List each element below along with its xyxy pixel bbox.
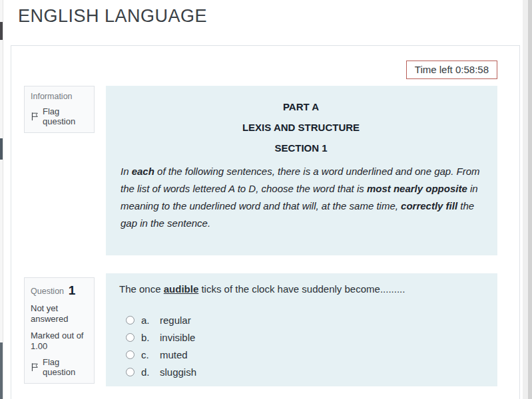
option-text: regular	[160, 315, 191, 326]
question-number-row: Question 1	[31, 283, 88, 298]
quiz-timer: Time left 0:58:58	[406, 61, 497, 79]
part-a-heading: PART A	[121, 101, 481, 112]
question-number: 1	[69, 283, 76, 297]
answer-option-a[interactable]: a. regular	[126, 315, 481, 325]
window-left-edge	[0, 0, 3, 399]
question-text-before: The once	[119, 283, 164, 295]
flag-question-link[interactable]: Flag question	[31, 106, 88, 126]
question-label: Question	[31, 287, 64, 296]
quiz-page: ENGLISH LANGUAGE Time left 0:58:58 Infor…	[0, 0, 532, 399]
option-letter: c.	[141, 349, 156, 360]
option-letter: b.	[141, 332, 156, 343]
option-letter: d.	[141, 366, 156, 378]
flag-question-link[interactable]: Flag question	[31, 357, 88, 377]
question-info-box: Question 1 Not yet answered Marked out o…	[24, 277, 95, 384]
answer-option-c[interactable]: c. muted	[126, 349, 481, 360]
flag-question-label: Flag question	[43, 357, 88, 377]
part-header: PART A LEXIS AND STRUCTURE SECTION 1	[121, 101, 481, 154]
question-text: The once audible ticks of the clock have…	[119, 283, 481, 295]
flag-icon	[31, 112, 39, 121]
flag-question-label: Flag question	[43, 106, 88, 126]
radio-button[interactable]	[126, 316, 134, 325]
question-underlined-word: audible	[164, 283, 199, 295]
option-text: sluggish	[160, 366, 196, 378]
option-text: muted	[160, 349, 188, 360]
instr-bold: most nearly opposite	[367, 183, 467, 194]
section-instructions-block: PART A LEXIS AND STRUCTURE SECTION 1 In …	[106, 86, 497, 255]
quiz-card: Time left 0:58:58 Information Flag quest…	[11, 45, 520, 399]
information-side-box: Information Flag question	[24, 86, 95, 133]
answer-option-b[interactable]: b. invisible	[126, 332, 481, 342]
instr-bold: each	[132, 166, 154, 177]
radio-button[interactable]	[126, 333, 134, 342]
option-letter: a.	[141, 315, 156, 326]
radio-button[interactable]	[126, 350, 134, 359]
question-status: Not yet answered	[31, 303, 88, 325]
left-edge-artifact	[0, 138, 3, 160]
instr-bold: correctly fill	[401, 200, 457, 211]
left-edge-artifact	[0, 342, 3, 399]
vertical-scrollbar[interactable]	[523, 0, 532, 399]
flag-icon	[31, 362, 39, 372]
section-heading: SECTION 1	[121, 142, 481, 154]
answer-option-d[interactable]: d. sluggish	[126, 366, 481, 377]
instr-text: In	[121, 166, 132, 177]
question-text-after: ticks of the clock have suddenly become.…	[198, 283, 405, 295]
option-text: invisible	[160, 332, 195, 343]
question-marks: Marked out of 1.00	[31, 331, 88, 352]
section-instructions-text: In each of the following sentences, ther…	[121, 163, 481, 232]
question-type-label: Information	[31, 92, 88, 101]
scrollbar-thumb[interactable]	[528, 0, 532, 399]
left-edge-artifact	[0, 22, 3, 40]
radio-button[interactable]	[126, 368, 134, 376]
answer-options: a. regular b. invisible c. muted d. slug…	[126, 315, 481, 377]
lexis-structure-heading: LEXIS AND STRUCTURE	[121, 122, 481, 133]
page-title: ENGLISH LANGUAGE	[18, 6, 207, 27]
question-content-block: The once audible ticks of the clock have…	[106, 273, 497, 386]
